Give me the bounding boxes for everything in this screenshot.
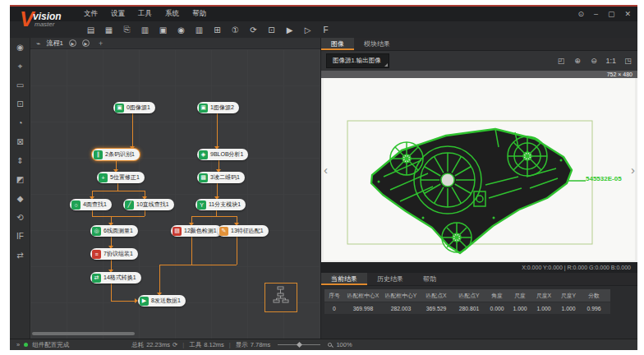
table-row[interactable]: 0369.998282.003369.529280.8010.0001.0001…: [324, 302, 610, 314]
image-resolution: 752 × 480: [321, 71, 637, 78]
flow-node-6[interactable]: ◎6线圆测量1: [90, 225, 138, 237]
fullscreen-button[interactable]: ◳: [623, 57, 632, 65]
run-once-button[interactable]: ▶: [284, 24, 295, 35]
restore-button[interactable]: ▢: [608, 10, 615, 18]
flow-canvas[interactable]: ▣0图像源1▣1图像源2∥2条码识别1◈9BLOB分析1+5位置修正1▩3读二维…: [30, 49, 320, 340]
zoom-slider-thumb[interactable]: [297, 342, 302, 348]
zoom-in-button[interactable]: ⊕: [573, 57, 582, 65]
inspected-part-image: [324, 78, 632, 260]
module-list-button[interactable]: ①: [230, 24, 241, 35]
data-grid-button[interactable]: ▥: [194, 24, 205, 35]
flow-tab-label[interactable]: 流程1: [46, 39, 62, 48]
measure-icon[interactable]: ⇕: [10, 151, 30, 170]
menu-item[interactable]: 工具: [138, 9, 152, 19]
module-icon: ▣: [199, 104, 208, 113]
results-tabs: 当前结果历史结果帮助: [321, 273, 637, 286]
table-cell: 0.996: [581, 306, 607, 311]
menu-item[interactable]: 系统: [165, 9, 179, 19]
canvas-horizontal-scrollbar[interactable]: [32, 332, 135, 335]
column-header: 匹配点X: [420, 292, 453, 300]
minimap[interactable]: [264, 283, 297, 312]
canvas-zoom-slider[interactable]: [278, 344, 320, 345]
module-icon: ◈: [199, 150, 208, 159]
flow-node-12[interactable]: ▨12颜色检测1: [171, 225, 222, 237]
logic-if-icon[interactable]: IF: [10, 227, 30, 246]
flow-node-11[interactable]: Y11分支模块1: [196, 199, 246, 210]
table-cell: 282.003: [382, 306, 420, 311]
table-cell: 0: [324, 306, 344, 311]
app-logo: V vision master: [20, 8, 90, 36]
defect-detect-icon[interactable]: ⟲: [10, 208, 30, 227]
run-flow-button[interactable]: ▶: [69, 39, 76, 47]
about-button[interactable]: ⊙: [577, 10, 584, 18]
match-icon[interactable]: ⊠: [10, 132, 30, 151]
location-target-icon[interactable]: ⌖: [10, 57, 30, 76]
flow-node-2[interactable]: ∥2条码识别1: [92, 149, 140, 160]
conversion-icon[interactable]: ⇄: [10, 246, 30, 265]
run-continuous-button[interactable]: ▷: [302, 24, 313, 35]
export-button[interactable]: ▥: [140, 24, 150, 35]
column-header: 尺度Y: [556, 292, 581, 300]
zoom-percent: 100%: [336, 341, 352, 348]
flow-node-7[interactable]: ≡7协议组装1: [90, 248, 138, 260]
logo-v-mark: V: [20, 8, 34, 30]
save-as-button[interactable]: ⎘: [122, 24, 132, 35]
refresh-button[interactable]: ⟳: [248, 24, 259, 35]
function-button[interactable]: F: [320, 24, 331, 35]
color-process-icon[interactable]: ◆: [10, 189, 30, 208]
io-monitor-button[interactable]: ⊞: [212, 24, 223, 35]
calibration-circle-icon[interactable]: ◔: [10, 113, 30, 132]
image-viewer[interactable]: ‹ › 545532E-05: [321, 78, 637, 262]
table-cell: 0.000: [485, 306, 508, 311]
recognition-icon[interactable]: ◩: [10, 170, 30, 189]
minimize-button[interactable]: –: [594, 10, 598, 18]
expand-status-button[interactable]: »: [16, 341, 20, 348]
menu-item[interactable]: 设置: [111, 9, 125, 19]
menu-item[interactable]: 帮助: [192, 9, 206, 19]
timing-metrics: 总耗22.23ms⟳|工具8.12ms|显示7.78ms: [131, 341, 270, 349]
flow-node-10[interactable]: ╱10直线查找1: [123, 199, 174, 210]
metric-separator: |: [182, 341, 184, 348]
toolbar-row: ▤▦⎘▥▣◉▥⊞①⟳⊡▶▷F ▱ Introduction: [10, 21, 637, 38]
tab-当前结果[interactable]: 当前结果: [321, 273, 367, 285]
tab-历史结果[interactable]: 历史结果: [367, 273, 413, 285]
module-label: 11分支模块1: [206, 201, 246, 209]
flow-connector: [217, 113, 218, 146]
focus-region-icon[interactable]: ⊡: [10, 95, 30, 113]
flow-node-5[interactable]: +5位置修正1: [97, 172, 145, 183]
flow-node-4[interactable]: ○4圆查找1: [70, 199, 112, 210]
flow-connector: [92, 210, 93, 216]
previous-image-button[interactable]: ‹: [324, 163, 328, 177]
open-button[interactable]: ▦: [104, 24, 114, 35]
refresh-icon: ⟳: [172, 341, 177, 348]
module-icon: ⇄: [92, 274, 101, 283]
window-layout-button[interactable]: ▣: [158, 24, 168, 35]
flow-node-1[interactable]: ▣1图像源2: [197, 102, 239, 113]
module-icon: ╱: [125, 201, 134, 210]
next-image-button[interactable]: ›: [631, 163, 635, 177]
close-button[interactable]: ✕: [624, 10, 631, 18]
flow-node-3[interactable]: ▩3读二维码1: [197, 172, 245, 183]
flow-node-14[interactable]: ⇄14格式转换1: [90, 272, 141, 284]
add-flow-button[interactable]: +: [99, 39, 103, 48]
flow-connector: [159, 265, 237, 265]
module-label: 5位置修正1: [108, 173, 145, 182]
zoom-out-button[interactable]: ⊖: [589, 57, 598, 65]
communication-button[interactable]: ⊡: [266, 24, 277, 35]
flow-node-13[interactable]: ✎13特征匹配1: [218, 225, 269, 237]
metric-label: 工具: [189, 341, 201, 349]
acquisition-camera-icon[interactable]: ◉: [10, 38, 30, 57]
image-source-dropdown[interactable]: 图像源1.输出图像: [326, 53, 389, 68]
logo-line2: master: [34, 21, 54, 28]
flow-node-0[interactable]: ▣0图像源1: [113, 102, 155, 113]
tab-图像[interactable]: 图像: [321, 38, 354, 50]
run-flow-once-button[interactable]: ▶: [82, 39, 90, 47]
camera-button[interactable]: ◉: [176, 24, 186, 35]
flow-node-9[interactable]: ◈9BLOB分析1: [197, 149, 248, 160]
one-to-one-button[interactable]: 1:1: [605, 57, 616, 65]
fit-window-button[interactable]: ◰: [556, 57, 565, 65]
tab-帮助[interactable]: 帮助: [413, 273, 446, 285]
flow-node-8[interactable]: ▶8发送数据1: [138, 295, 186, 307]
tab-模块结果[interactable]: 模块结果: [354, 38, 400, 50]
stage-icon[interactable]: ▭: [10, 76, 30, 95]
